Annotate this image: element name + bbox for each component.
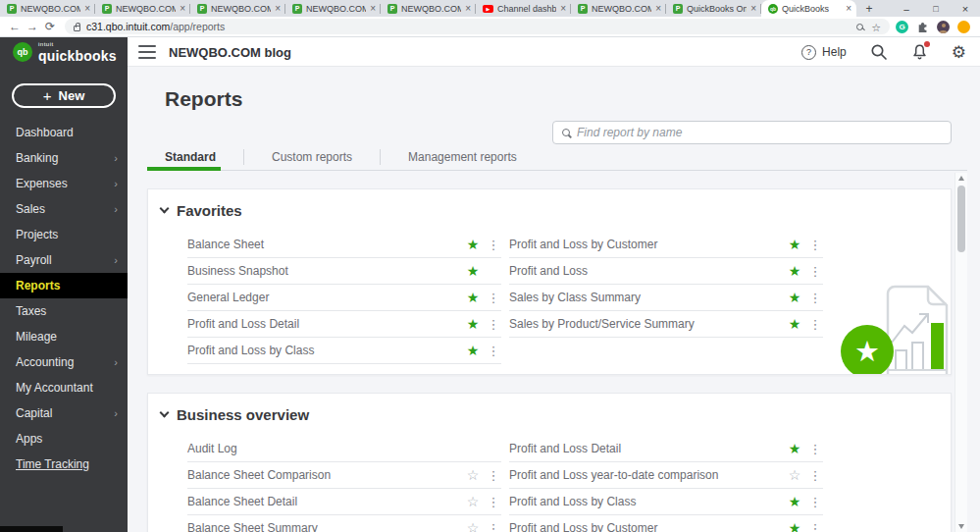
search-icon[interactable] (870, 43, 888, 61)
row-menu-kebab-icon[interactable] (486, 468, 501, 483)
sidebar-item-payroll[interactable]: Payroll (0, 247, 128, 273)
sidebar-item-banking[interactable]: Banking (0, 145, 128, 171)
bottom-scrollbar-fragment[interactable] (0, 526, 63, 532)
row-menu-kebab-icon[interactable] (807, 238, 823, 252)
report-link[interactable]: Audit Log (187, 442, 464, 455)
hamburger-menu-icon[interactable] (138, 45, 156, 59)
favorite-star-filled-icon[interactable] (464, 263, 482, 279)
tab-close-icon[interactable] (180, 3, 185, 14)
favorite-star-filled-icon[interactable] (786, 316, 803, 332)
report-link[interactable]: Balance Sheet Detail (187, 495, 464, 508)
row-menu-kebab-icon[interactable] (807, 468, 823, 483)
tab-close-icon[interactable] (655, 3, 661, 14)
report-link[interactable]: Balance Sheet Summary (187, 521, 464, 532)
favorite-star-filled-icon[interactable] (786, 494, 803, 509)
favorite-star-outline-icon[interactable] (786, 467, 803, 483)
row-menu-kebab-icon[interactable] (807, 521, 823, 532)
report-link[interactable]: Business Snapshot (187, 264, 464, 278)
browser-tab[interactable]: NEWQBO.COM (95, 0, 190, 17)
back-icon[interactable] (6, 20, 24, 33)
report-link[interactable]: Profit and Loss by Customer (509, 521, 786, 532)
row-menu-kebab-icon[interactable] (807, 317, 823, 332)
report-link[interactable]: Profit and Loss year-to-date comparison (509, 468, 786, 482)
tab-management-reports[interactable]: Management reports (408, 150, 517, 164)
favorite-star-filled-icon[interactable] (464, 290, 482, 305)
row-menu-kebab-icon[interactable] (486, 495, 501, 509)
profile-avatar[interactable] (937, 21, 950, 33)
report-link[interactable]: Balance Sheet Comparison (187, 468, 464, 482)
content-scrollbar[interactable] (954, 173, 967, 532)
refresh-icon[interactable] (41, 20, 59, 33)
favorite-star-filled-icon[interactable] (464, 237, 482, 252)
new-button[interactable]: New (12, 83, 116, 108)
sidebar-item-mileage[interactable]: Mileage (0, 324, 128, 349)
row-menu-kebab-icon[interactable] (486, 317, 501, 332)
maximize-button[interactable] (921, 1, 951, 17)
new-tab-button[interactable] (856, 0, 882, 17)
row-menu-kebab-icon[interactable] (486, 344, 501, 358)
sidebar-item-capital[interactable]: Capital (0, 400, 128, 426)
browser-tab[interactable]: Channel dashboard - Y (476, 0, 571, 17)
favorite-star-filled-icon[interactable] (786, 290, 803, 305)
report-link[interactable]: Profit and Loss by Class (187, 344, 464, 357)
bookmark-star-icon[interactable] (871, 18, 881, 35)
row-menu-kebab-icon[interactable] (807, 442, 823, 456)
favorite-star-outline-icon[interactable] (464, 467, 482, 483)
browser-tab[interactable]: NEWQBO.COM (190, 0, 285, 17)
grammarly-extension-icon[interactable] (896, 21, 908, 33)
help-button[interactable]: Help (801, 45, 847, 60)
tab-close-icon[interactable] (275, 3, 281, 14)
favorite-star-filled-icon[interactable] (464, 316, 482, 332)
extensions-puzzle-icon[interactable] (916, 21, 929, 33)
tab-close-icon[interactable] (846, 3, 851, 14)
sidebar-item-reports[interactable]: Reports (0, 273, 128, 298)
notifications-bell-icon[interactable] (911, 43, 928, 61)
row-menu-kebab-icon[interactable] (807, 495, 823, 509)
browser-tab[interactable]: QuickBooks Online Pro (666, 0, 761, 17)
report-search-box[interactable] (552, 121, 952, 144)
forward-icon[interactable] (24, 20, 41, 33)
favorite-star-filled-icon[interactable] (464, 343, 482, 358)
business-overview-section-header[interactable]: Business overview (161, 406, 309, 423)
tab-close-icon[interactable] (370, 3, 376, 14)
browser-tab[interactable]: NEWQBO.COM (0, 0, 95, 17)
row-menu-kebab-icon[interactable] (807, 264, 823, 279)
browser-tab[interactable]: QuickBooks (761, 0, 856, 17)
sidebar-item-projects[interactable]: Projects (0, 222, 128, 247)
sidebar-item-dashboard[interactable]: Dashboard (0, 120, 128, 145)
scrollbar-thumb[interactable] (957, 186, 965, 252)
report-link[interactable]: General Ledger (187, 291, 464, 304)
row-menu-kebab-icon[interactable] (486, 291, 501, 305)
sidebar-item-my-accountant[interactable]: My Accountant (0, 375, 128, 400)
report-link[interactable]: Sales by Product/Service Summary (509, 317, 786, 331)
tab-close-icon[interactable] (750, 3, 756, 14)
favorite-star-filled-icon[interactable] (786, 441, 803, 456)
zoom-icon[interactable] (856, 24, 863, 30)
sidebar-item-taxes[interactable]: Taxes (0, 298, 128, 324)
tab-close-icon[interactable] (84, 3, 90, 14)
report-link[interactable]: Profit and Loss Detail (187, 317, 464, 331)
minimize-button[interactable] (892, 1, 921, 17)
report-link[interactable]: Balance Sheet (187, 238, 464, 251)
sidebar-item-sales[interactable]: Sales (0, 196, 128, 222)
report-link[interactable]: Profit and Loss Detail (509, 442, 786, 455)
close-button[interactable] (951, 1, 980, 17)
favorites-section-header[interactable]: Favorites (161, 202, 242, 219)
row-menu-kebab-icon[interactable] (807, 291, 823, 305)
report-link[interactable]: Profit and Loss by Customer (509, 238, 786, 251)
report-link[interactable]: Sales by Class Summary (509, 291, 786, 304)
scroll-down-arrow[interactable] (958, 524, 964, 529)
favorite-star-filled-icon[interactable] (786, 263, 803, 279)
tab-close-icon[interactable] (465, 3, 471, 14)
favorite-star-outline-icon[interactable] (464, 520, 482, 532)
tab-close-icon[interactable] (560, 3, 566, 14)
report-search-input[interactable] (577, 126, 942, 139)
sidebar-item-expenses[interactable]: Expenses (0, 171, 128, 196)
address-bar[interactable]: c31.qbo.intuit.com/app/reports (65, 19, 890, 34)
report-link[interactable]: Profit and Loss (509, 264, 786, 278)
scroll-up-arrow[interactable] (958, 176, 964, 181)
tab-standard[interactable]: Standard (165, 150, 216, 164)
favorite-star-filled-icon[interactable] (786, 237, 803, 252)
sidebar-item-apps[interactable]: Apps (0, 426, 128, 452)
browser-tab[interactable]: NEWQBO.COM (381, 0, 476, 17)
